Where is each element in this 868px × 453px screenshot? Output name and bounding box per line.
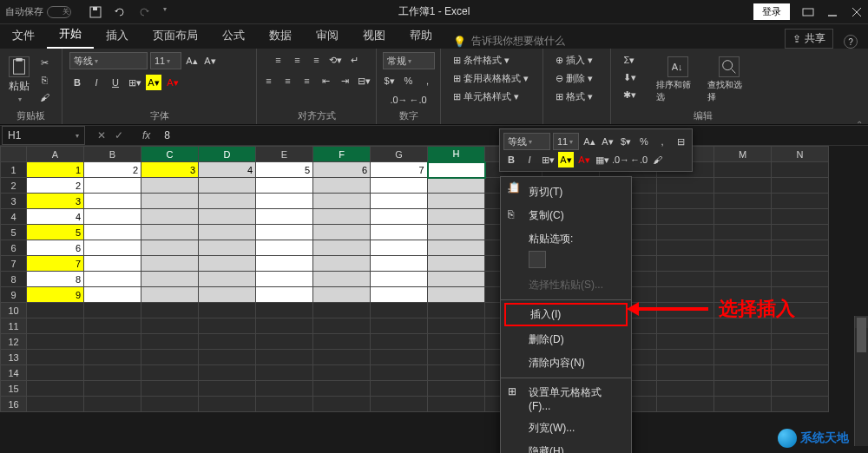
cell-C6[interactable] [141,240,199,256]
cell-D7[interactable] [199,256,256,272]
cell-F14[interactable] [313,365,371,381]
cell-D15[interactable] [199,381,256,397]
cell-H10[interactable] [428,303,485,318]
cell-H6[interactable] [428,240,485,256]
cell-M12[interactable] [714,334,772,350]
col-header-B[interactable]: B [84,147,141,162]
row-header-3[interactable]: 3 [1,194,27,209]
align-top-icon[interactable]: ≡ [271,52,286,68]
cell-L12[interactable] [657,334,714,350]
find-select-button[interactable]: 查找和选择 [706,55,752,105]
cell-E13[interactable] [256,350,313,365]
cell-E12[interactable] [256,334,313,350]
cell-H13[interactable] [428,350,485,365]
cell-C2[interactable] [141,178,199,194]
cell-L6[interactable] [657,240,714,256]
table-format-button[interactable]: ⊞套用表格格式▾ [448,70,534,87]
cell-F3[interactable] [313,194,371,209]
cell-N15[interactable] [772,381,829,397]
tab-insert[interactable]: 插入 [94,23,141,49]
col-header-H[interactable]: H [428,147,485,162]
undo-icon[interactable] [113,5,127,19]
cell-F11[interactable] [313,318,371,334]
fill-icon[interactable]: ⬇▾ [621,69,637,85]
tell-me-search[interactable]: 💡 告诉我你想要做什么 [453,34,565,49]
auto-save-toggle[interactable]: 自动保存 关 [5,5,71,18]
row-header-11[interactable]: 11 [1,318,27,334]
cell-M16[interactable] [714,397,772,412]
cell-A12[interactable] [27,334,84,350]
align-left-icon[interactable]: ≡ [261,73,277,89]
cell-E5[interactable] [256,225,313,240]
indent-increase-icon[interactable]: ⇥ [338,73,353,89]
cell-E1[interactable]: 5 [256,162,313,178]
cell-F10[interactable] [313,303,371,318]
cell-G10[interactable] [371,303,428,318]
font-size-select[interactable]: 11▾ [150,52,181,69]
row-header-2[interactable]: 2 [1,178,27,194]
bold-button[interactable]: B [69,75,85,90]
cell-A9[interactable]: 9 [27,287,84,303]
save-icon[interactable] [89,5,102,19]
cell-N3[interactable] [772,194,829,209]
cell-M7[interactable] [714,256,772,272]
cell-L7[interactable] [657,256,714,272]
cell-F13[interactable] [313,350,371,365]
cell-C4[interactable] [141,209,199,225]
cell-A11[interactable] [27,318,84,334]
cell-F15[interactable] [313,381,371,397]
cm-format-cells[interactable]: ⊞设置单元格格式(F)... [501,381,631,417]
cell-G2[interactable] [371,178,428,194]
cell-D1[interactable]: 4 [199,162,256,178]
cell-N8[interactable] [772,272,829,287]
comma-icon[interactable]: , [420,73,436,89]
percent-icon[interactable]: % [401,73,417,89]
mini-bold-button[interactable]: B [503,152,519,167]
cell-N4[interactable] [772,209,829,225]
cell-N16[interactable] [772,397,829,412]
row-header-1[interactable]: 1 [1,162,27,178]
autosum-icon[interactable]: Σ▾ [621,52,637,68]
cell-B8[interactable] [84,272,141,287]
cell-A7[interactable]: 7 [27,256,84,272]
mini-increase-font-icon[interactable]: A▴ [582,134,597,149]
cell-F2[interactable] [313,178,371,194]
cell-D12[interactable] [199,334,256,350]
cell-B11[interactable] [84,318,141,334]
cell-C12[interactable] [141,334,199,350]
cell-D5[interactable] [199,225,256,240]
cell-D13[interactable] [199,350,256,365]
cell-B2[interactable] [84,178,141,194]
cell-H7[interactable] [428,256,485,272]
cell-F4[interactable] [313,209,371,225]
cell-C3[interactable] [141,194,199,209]
tab-formula[interactable]: 公式 [210,23,257,49]
scroll-thumb[interactable] [857,318,866,352]
cell-A8[interactable]: 8 [27,272,84,287]
col-header-F[interactable]: F [313,147,371,162]
cell-H2[interactable] [428,178,485,194]
cell-D14[interactable] [199,365,256,381]
mini-decimal-dec-icon[interactable]: ←.0 [631,152,647,167]
cell-D16[interactable] [199,397,256,412]
cell-B10[interactable] [84,303,141,318]
mini-italic-button[interactable]: I [522,152,537,167]
cell-C8[interactable] [141,272,199,287]
mini-font-select[interactable]: 等线▾ [503,133,550,150]
help-icon[interactable]: ? [844,35,858,49]
cell-L3[interactable] [657,194,714,209]
cell-E6[interactable] [256,240,313,256]
row-header-5[interactable]: 5 [1,225,27,240]
mini-comma-icon[interactable]: , [654,134,670,149]
mini-merge-icon[interactable]: ⊟ [673,134,688,149]
cell-N5[interactable] [772,225,829,240]
cell-C1[interactable]: 3 [141,162,199,178]
cm-col-width[interactable]: 列宽(W)... [501,417,631,440]
close-icon[interactable] [851,6,863,18]
cell-L13[interactable] [657,350,714,365]
cell-N2[interactable] [772,178,829,194]
cell-M4[interactable] [714,209,772,225]
cell-C9[interactable] [141,287,199,303]
formula-value[interactable]: 8 [157,129,177,141]
row-header-10[interactable]: 10 [1,303,27,318]
